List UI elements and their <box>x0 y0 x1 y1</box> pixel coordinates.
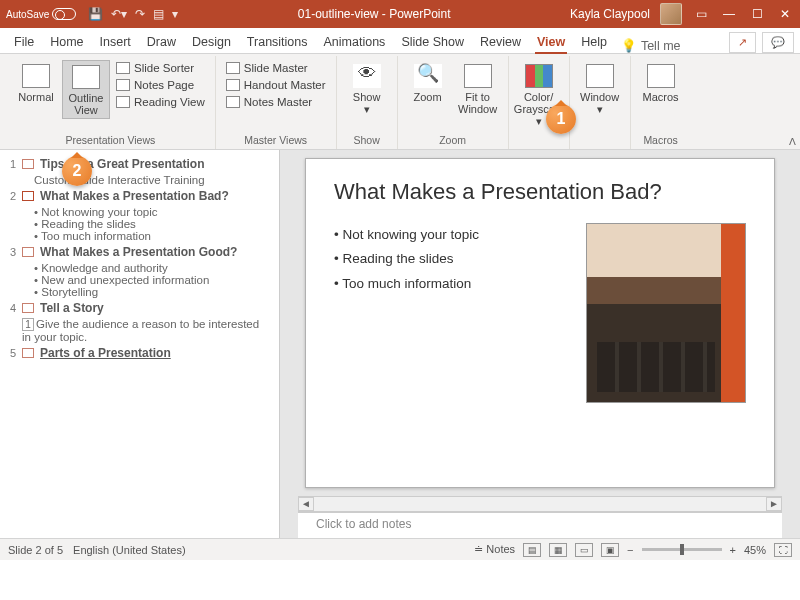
group-window: Window▾ <box>570 56 631 149</box>
fit-slide-icon[interactable]: ⛶ <box>774 543 792 557</box>
fit-icon <box>464 64 492 88</box>
ribbon: Normal Outline View Slide Sorter Notes P… <box>0 54 800 150</box>
reading-view-button[interactable]: Reading View <box>112 94 209 110</box>
notes-pane[interactable]: Click to add notes <box>298 512 782 538</box>
tab-animations[interactable]: Animations <box>316 31 394 53</box>
outline-slide-4[interactable]: 4Tell a Story <box>4 298 271 318</box>
tab-view[interactable]: View <box>529 31 573 53</box>
handout-master-icon <box>226 79 240 91</box>
outline-slide-3[interactable]: 3What Makes a Presentation Good? <box>4 242 271 262</box>
outline-sub[interactable]: 1Give the audience a reason to be intere… <box>22 318 271 343</box>
outline-pane[interactable]: 1Tips for a Great PresentationCustomGuid… <box>0 150 280 538</box>
tab-transitions[interactable]: Transitions <box>239 31 316 53</box>
slide-canvas[interactable]: What Makes a Presentation Bad? • Not kno… <box>305 158 775 488</box>
outline-sub[interactable]: • Too much information <box>34 230 271 242</box>
zoom-slider[interactable] <box>642 548 722 551</box>
color-icon <box>525 64 553 88</box>
collapse-ribbon-icon[interactable]: ᐱ <box>789 136 796 147</box>
sorter-view-icon[interactable]: ▦ <box>549 543 567 557</box>
reading-icon <box>116 96 130 108</box>
show-button[interactable]: 👁Show▾ <box>343 60 391 117</box>
scroll-left-icon[interactable]: ◄ <box>298 497 314 511</box>
slide-counter[interactable]: Slide 2 of 5 <box>8 544 63 556</box>
undo-icon[interactable]: ↶▾ <box>111 7 127 21</box>
zoom-in-icon[interactable]: + <box>730 544 736 556</box>
group-show: 👁Show▾ Show <box>337 56 398 149</box>
title-bar: AutoSave 💾 ↶▾ ↷ ▤ ▾ 01-outline-view - Po… <box>0 0 800 28</box>
window-button[interactable]: Window▾ <box>576 60 624 117</box>
slide-thumb-icon <box>22 191 34 201</box>
slide-thumb-icon <box>22 247 34 257</box>
tell-me-search[interactable]: 💡Tell me <box>621 38 681 53</box>
outline-view-button[interactable]: Outline View <box>62 60 110 119</box>
start-slideshow-icon[interactable]: ▤ <box>153 7 164 21</box>
outline-sub[interactable]: • New and unexpected information <box>34 274 271 286</box>
tab-file[interactable]: File <box>6 31 42 53</box>
normal-view-icon[interactable]: ▤ <box>523 543 541 557</box>
comments-button[interactable]: 💬 <box>762 32 794 53</box>
outline-icon <box>72 65 100 89</box>
slide-thumb-icon <box>22 159 34 169</box>
callout-2: 2 <box>62 156 92 186</box>
language-status[interactable]: English (United States) <box>73 544 186 556</box>
slide-sorter-button[interactable]: Slide Sorter <box>112 60 209 76</box>
slide-title[interactable]: What Makes a Presentation Bad? <box>334 179 746 205</box>
notes-master-button[interactable]: Notes Master <box>222 94 330 110</box>
maximize-icon[interactable]: ☐ <box>748 7 766 21</box>
outline-sub[interactable]: • Not knowing your topic <box>34 206 271 218</box>
slide-master-icon <box>226 62 240 74</box>
minimize-icon[interactable]: — <box>720 7 738 21</box>
tab-home[interactable]: Home <box>42 31 91 53</box>
group-presentation-views: Normal Outline View Slide Sorter Notes P… <box>6 56 216 149</box>
tab-review[interactable]: Review <box>472 31 529 53</box>
slide-master-button[interactable]: Slide Master <box>222 60 330 76</box>
notes-icon <box>116 79 130 91</box>
redo-icon[interactable]: ↷ <box>135 7 145 21</box>
autosave-toggle[interactable]: AutoSave <box>6 8 76 20</box>
user-avatar[interactable] <box>660 3 682 25</box>
qat-more-icon[interactable]: ▾ <box>172 7 178 21</box>
share-button[interactable]: ↗ <box>729 32 756 53</box>
slide-image[interactable] <box>586 223 746 403</box>
slide-bullets[interactable]: • Not knowing your topic • Reading the s… <box>334 223 574 403</box>
tab-draw[interactable]: Draw <box>139 31 184 53</box>
save-icon[interactable]: 💾 <box>88 7 103 21</box>
macros-button[interactable]: Macros <box>637 60 685 105</box>
zoom-button[interactable]: 🔍Zoom <box>404 60 452 105</box>
macros-icon <box>647 64 675 88</box>
sorter-icon <box>116 62 130 74</box>
normal-view-button[interactable]: Normal <box>12 60 60 105</box>
window-icon <box>586 64 614 88</box>
outline-sub[interactable]: • Reading the slides <box>34 218 271 230</box>
notes-page-button[interactable]: Notes Page <box>112 77 209 93</box>
zoom-icon: 🔍 <box>414 64 442 88</box>
close-icon[interactable]: ✕ <box>776 7 794 21</box>
notes-toggle[interactable]: ≐ Notes <box>474 543 515 556</box>
outline-slide-5[interactable]: 5Parts of a Presentation <box>4 343 271 363</box>
tab-slideshow[interactable]: Slide Show <box>393 31 472 53</box>
zoom-out-icon[interactable]: − <box>627 544 633 556</box>
status-bar: Slide 2 of 5 English (United States) ≐ N… <box>0 538 800 560</box>
reading-view-icon[interactable]: ▭ <box>575 543 593 557</box>
group-macros: Macros Macros <box>631 56 691 149</box>
quick-access-toolbar: 💾 ↶▾ ↷ ▤ ▾ <box>88 7 178 21</box>
outline-sub[interactable]: • Storytelling <box>34 286 271 298</box>
tab-help[interactable]: Help <box>573 31 615 53</box>
slideshow-view-icon[interactable]: ▣ <box>601 543 619 557</box>
slide-thumb-icon <box>22 303 34 313</box>
fit-window-button[interactable]: Fit to Window <box>454 60 502 117</box>
normal-icon <box>22 64 50 88</box>
scroll-right-icon[interactable]: ► <box>766 497 782 511</box>
zoom-level[interactable]: 45% <box>744 544 766 556</box>
outline-slide-2[interactable]: 2What Makes a Presentation Bad? <box>4 186 271 206</box>
horizontal-scrollbar[interactable]: ◄ ► <box>298 496 782 512</box>
ribbon-options-icon[interactable]: ▭ <box>692 7 710 21</box>
handout-master-button[interactable]: Handout Master <box>222 77 330 93</box>
outline-slide-1[interactable]: 1Tips for a Great Presentation <box>4 154 271 174</box>
document-title: 01-outline-view - PowerPoint <box>178 7 570 21</box>
tab-insert[interactable]: Insert <box>92 31 139 53</box>
tab-design[interactable]: Design <box>184 31 239 53</box>
slide-thumb-icon <box>22 348 34 358</box>
group-master-views: Slide Master Handout Master Notes Master… <box>216 56 337 149</box>
outline-sub[interactable]: • Knowledge and authority <box>34 262 271 274</box>
